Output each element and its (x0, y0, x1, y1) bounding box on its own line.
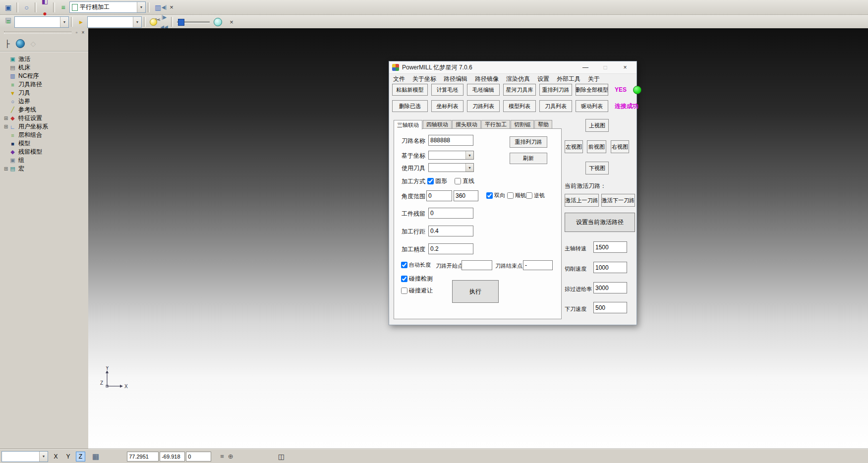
left-view-button[interactable]: 左视图 (565, 140, 583, 153)
bulb-icon[interactable] (150, 18, 157, 26)
tree-item-nc-programs[interactable]: ▥ NC程序 (0, 72, 88, 80)
panel-pin-icon[interactable]: ▫ (73, 29, 80, 36)
chevron-down-icon[interactable]: ▼ (465, 164, 473, 172)
levels-icon[interactable]: ◧ (39, 0, 51, 7)
panel-grip[interactable]: ▫ × (0, 28, 88, 36)
sim-speed-slider[interactable] (177, 18, 210, 26)
menu-render-sim[interactable]: 渲染仿真 (506, 75, 530, 83)
grid-toggle-icon[interactable]: ▦ (92, 452, 99, 461)
tolerance-input[interactable] (428, 243, 473, 254)
tree-item-models[interactable]: ■ 模型 (0, 139, 88, 148)
menu-about[interactable]: 关于 (588, 75, 600, 83)
angle-to-input[interactable] (454, 190, 478, 201)
activate-next-toolpath-button[interactable]: 激活下一刀路 (601, 194, 635, 207)
tree-item-machine-tool[interactable]: ▤ 机床 (0, 63, 88, 72)
tab-3axis[interactable]: 三轴联动 (394, 120, 422, 129)
collision-check-option[interactable]: 碰撞检测 (401, 275, 433, 283)
expander-icon[interactable]: ⊞ (3, 124, 9, 129)
globe-icon[interactable] (15, 38, 26, 49)
grip-handle[interactable] (4, 31, 71, 34)
menu-path-edit[interactable]: 路径编辑 (444, 75, 467, 83)
picking-tool-icon[interactable]: ⊕ (228, 453, 233, 460)
coord-list-button[interactable]: 坐标列表 (431, 100, 463, 112)
list-icon[interactable]: ≡ (220, 453, 224, 460)
bottom-view-button[interactable]: 下视图 (585, 162, 609, 174)
refresh-button[interactable]: 刷新 (510, 153, 547, 164)
front-view-button[interactable]: 前视图 (587, 140, 606, 153)
menu-settings[interactable]: 设置 (537, 75, 549, 83)
line-checkbox[interactable] (455, 178, 461, 184)
use-tool-combo[interactable]: ▼ (428, 163, 474, 172)
y-axis-button[interactable]: Y (63, 452, 73, 462)
start-point-input[interactable] (462, 260, 492, 270)
auto-length-option[interactable]: 自动长度 (401, 261, 431, 269)
tree-item-groups[interactable]: ▣ 组 (0, 156, 88, 165)
set-active-path-button[interactable]: 设置当前激活路径 (565, 213, 635, 232)
climb-checkbox[interactable] (507, 192, 514, 199)
activate-prev-toolpath-button[interactable]: 激活上一刀路 (565, 194, 599, 207)
coord-x-input[interactable] (127, 452, 159, 462)
circle-option[interactable]: 圆形 (427, 177, 447, 185)
x-axis-button[interactable]: X (51, 452, 60, 462)
climb-option[interactable]: 顺铣 (507, 192, 526, 199)
delete-selected-button[interactable]: 删除已选 (392, 100, 428, 112)
expander-icon[interactable]: ⊞ (3, 167, 9, 172)
chevron-down-icon[interactable]: ▼ (60, 17, 68, 27)
save-project-icon[interactable]: ▣ (2, 1, 14, 13)
tree-item-levels-sets[interactable]: ≡ 层和组合 (0, 131, 88, 139)
drive-list-button[interactable]: 驱动列表 (576, 100, 608, 112)
angle-from-input[interactable] (426, 190, 452, 201)
statusbar-mode-combo[interactable]: ▼ (1, 451, 48, 462)
cutting-speed-input[interactable] (593, 262, 627, 273)
sim-toolpath-combo[interactable]: ▼ (14, 16, 69, 28)
plunge-speed-input[interactable] (593, 302, 627, 313)
bidirectional-option[interactable]: 双向 (486, 192, 505, 199)
expander-icon[interactable]: ⊞ (3, 116, 9, 121)
coord-z-input[interactable] (186, 452, 211, 462)
tool-list-button[interactable]: 刀具列表 (539, 100, 572, 112)
menu-external-tools[interactable]: 外部工具 (557, 75, 580, 83)
strategy-combo[interactable]: 平行精加工 ▼ (69, 1, 146, 13)
execute-button[interactable]: 执行 (452, 280, 499, 303)
sim-tool-combo[interactable]: ▼ (87, 16, 142, 28)
rearrange-toolpaths-button[interactable]: 重排列刀路 (539, 84, 572, 96)
minimize-button[interactable]: — (577, 62, 594, 72)
tree-item-patterns[interactable]: ╱ 参考线 (0, 106, 88, 114)
spindle-speed-input[interactable] (593, 241, 627, 253)
auto-length-checkbox[interactable] (401, 262, 407, 268)
stepover-input[interactable] (428, 226, 473, 236)
window-split-icon[interactable]: ◫ (278, 453, 285, 461)
delete-all-models-button[interactable]: 删除全部模型 (576, 84, 608, 96)
circle-checkbox[interactable] (427, 178, 434, 184)
coord-y-input[interactable] (160, 452, 185, 462)
stock-allowance-input[interactable] (428, 208, 473, 219)
rearrange-toolpath-button[interactable]: 重排列刀路 (510, 136, 547, 148)
collision-check-checkbox[interactable] (401, 276, 407, 282)
menu-file[interactable]: 文件 (393, 75, 405, 83)
panel-close-icon[interactable]: × (80, 29, 86, 36)
right-view-button[interactable]: 右视图 (611, 140, 629, 153)
based-coord-combo[interactable]: ▼ (428, 151, 474, 160)
step-forward-button[interactable]: |▶ (159, 12, 169, 22)
tab-parallel[interactable]: 平行加工 (481, 120, 510, 129)
paste-new-model-button[interactable]: 粘贴新模型 (392, 84, 428, 96)
tab-4axis[interactable]: 四轴联动 (423, 120, 452, 129)
tree-item-feature-sets[interactable]: ⊞ ◆ 特征设置 (0, 114, 88, 122)
collision-avoid-checkbox[interactable] (401, 288, 407, 294)
tab-head[interactable]: 摆头联动 (452, 120, 481, 129)
compute-stock-button[interactable]: 计算毛坯 (431, 84, 463, 96)
menu-path-mirror[interactable]: 路径镜像 (475, 75, 499, 83)
slider-handle[interactable] (178, 19, 184, 26)
tool-library-button[interactable]: 星河刀具库 (503, 84, 536, 96)
tree-item-workplanes[interactable]: ⊞ ∟ 用户坐标系 (0, 122, 88, 131)
skim-feed-input[interactable] (593, 282, 627, 293)
clock-icon[interactable] (214, 18, 222, 26)
bidirectional-checkbox[interactable] (486, 192, 493, 199)
explorer-tree-icon[interactable]: ├ (2, 38, 13, 49)
tree-item-tools[interactable]: ▼ 刀具 (0, 89, 88, 97)
toolpath-name-input[interactable] (428, 135, 473, 146)
conventional-option[interactable]: 逆铣 (526, 192, 545, 199)
boundary-icon[interactable]: ○ (20, 1, 33, 13)
collision-avoid-option[interactable]: 碰撞避让 (401, 287, 433, 295)
toolpath-list-button[interactable]: 刀路列表 (467, 100, 500, 112)
